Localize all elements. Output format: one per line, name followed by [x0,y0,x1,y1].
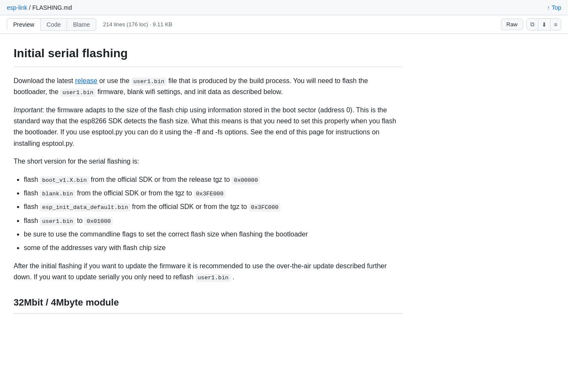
paragraph-3: The short version for the serial flashin… [14,156,402,167]
top-bar: esp-link / FLASHING.md ↑ Top [0,0,568,15]
li3-prefix: flash [24,203,40,210]
tabs: Preview Code Blame [7,18,96,31]
li3-code2: 0x3FC000 [249,203,281,211]
breadcrumb-separator: / [29,4,31,11]
flash-list: flash boot_v1.X.bin from the official SD… [24,174,402,254]
li3-mid: from the official SDK or from the tgz to [130,203,249,210]
li3-code1: esp_init_data_default.bin [40,203,130,211]
list-item: flash esp_init_data_default.bin from the… [24,201,402,212]
li4-prefix: flash [24,217,40,224]
main-heading: Initial serial flashing [14,44,402,67]
li2-mid: from the official SDK or from the tgz to [75,189,194,197]
download-button[interactable]: ⬇ [538,19,551,30]
copy-button[interactable]: ⧉ [527,19,538,30]
paragraph-1: Download the latest release or use the u… [14,75,402,98]
para2-text: : the firmware adapts to the size of the… [14,106,396,147]
list-icon: ≡ [554,21,557,28]
code-user1-bin-1: user1.bin [132,78,167,86]
top-label: Top [551,4,561,11]
li1-code1: boot_v1.X.bin [40,176,89,184]
para1-end: firmware, blank wifi settings, and init … [95,88,283,95]
para1-mid: or use the [97,77,131,84]
li4-code2: 0x01000 [84,217,113,225]
tab-blame[interactable]: Blame [67,18,96,31]
list-item: some of the addresses vary with flash ch… [24,242,402,253]
li2-code1: blank.bin [40,190,75,198]
top-arrow-icon: ↑ [547,4,550,11]
list-item: flash blank.bin from the official SDK or… [24,188,402,199]
toolbar: Preview Code Blame 214 lines (176 loc) ·… [0,15,568,34]
breadcrumb-repo-link[interactable]: esp-link [7,4,27,11]
list-item: flash user1.bin to 0x01000 [24,215,402,226]
release-link[interactable]: release [75,77,97,84]
list-item: be sure to use the commandline flags to … [24,229,402,240]
copy-icon: ⧉ [530,21,534,28]
section2-heading: 32Mbit / 4Mbyte module [14,295,402,314]
li4-code1: user1.bin [40,217,75,225]
para1-prefix: Download the latest [14,77,75,84]
para4-code: user1.bin [196,274,231,282]
toolbar-left: Preview Code Blame 214 lines (176 loc) ·… [7,18,172,31]
list-item: flash boot_v1.X.bin from the official SD… [24,174,402,185]
raw-button[interactable]: Raw [501,19,523,30]
li2-code2: 0x3FE000 [194,190,226,198]
file-info: 214 lines (176 loc) · 9.11 KB [103,21,172,28]
tab-preview[interactable]: Preview [7,18,41,31]
download-icon: ⬇ [542,21,547,28]
li2-prefix: flash [24,189,40,197]
breadcrumb: esp-link / FLASHING.md [7,4,72,11]
li1-mid: from the official SDK or from the releas… [89,176,232,183]
li4-mid: to [75,217,84,224]
paragraph-2: Important: the firmware adapts to the si… [14,105,402,150]
para2-important: Important [14,106,42,114]
tab-code[interactable]: Code [41,18,67,31]
paragraph-4: After the initial flashing if you want t… [14,261,402,283]
top-link[interactable]: ↑ Top [547,4,561,11]
para4-end: . [231,273,235,281]
list-button[interactable]: ≡ [551,19,561,30]
toolbar-right: Raw ⧉ ⬇ ≡ [501,18,561,31]
icon-button-group: ⧉ ⬇ ≡ [526,18,561,31]
main-content: Initial serial flashing Download the lat… [0,34,416,331]
breadcrumb-file: FLASHING.md [32,4,72,11]
li1-prefix: flash [24,176,40,183]
code-user1-bin-2: user1.bin [60,89,95,97]
li1-code2: 0x00000 [232,176,260,184]
